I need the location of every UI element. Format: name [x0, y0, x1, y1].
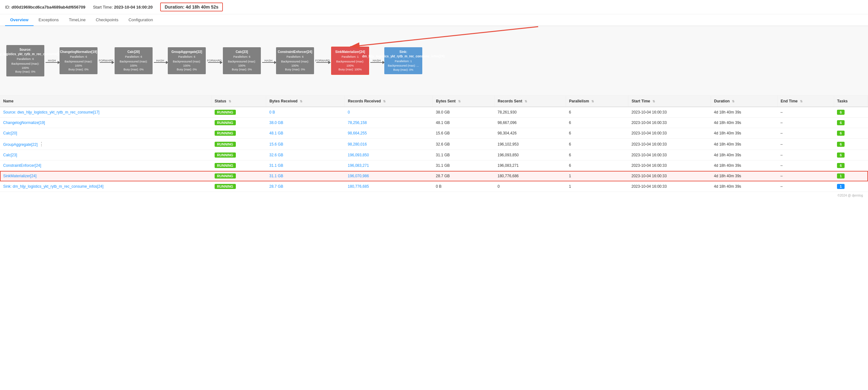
jobs-table: Name Status ⇅ Bytes Received ⇅ Records R… [0, 96, 868, 192]
flow-arrow-2: FORWARD [97, 59, 115, 63]
flow-arrow-5: HASH [261, 59, 276, 63]
row-name-link[interactable]: Calc[20] [3, 131, 17, 135]
flow-arrow-7: HASH [369, 59, 384, 63]
tab-timeline[interactable]: TimeLine [64, 14, 91, 26]
tab-exceptions[interactable]: Exceptions [34, 14, 64, 26]
status-badge: RUNNING [215, 163, 236, 168]
flow-node-node-source[interactable]: Source: dws_hljy_logistics_ykt_rytb_m_re… [6, 45, 44, 76]
row-context-menu[interactable]: ⋮ [39, 141, 44, 147]
flow-arrow-4: FORWARD [206, 59, 223, 63]
status-badge: RUNNING [215, 173, 236, 178]
status-badge: RUNNING [215, 142, 236, 147]
col-status[interactable]: Status ⇅ [212, 96, 266, 107]
tab-overview[interactable]: Overview [5, 14, 34, 26]
flow-node-node-groupagg[interactable]: GroupAggregate[22] Parallelism: 6 Backpr… [168, 47, 206, 74]
flow-node-node-sink[interactable]: Sink: dm_hljy_logistics_ykt_rytb_m_rec_c… [384, 47, 422, 75]
col-end-time[interactable]: End Time ⇅ [777, 96, 834, 107]
table-area: Name Status ⇅ Bytes Received ⇅ Records R… [0, 96, 868, 192]
job-id-label: ID: d00d1969bcd6ca7ba4689ab4df656709 [5, 5, 86, 9]
flow-node-node-constraint[interactable]: ConstraintEnforcer[24] Parallelism: 6 Ba… [276, 47, 314, 74]
task-badge: 6 [837, 131, 844, 136]
start-time-label: Start Time: 2023-10-04 16:00:20 [93, 5, 153, 9]
col-records-sent[interactable]: Records Sent ⇅ [494, 96, 566, 107]
table-row: SinkMaterializer[24]RUNNING31.1 GB196,07… [0, 171, 868, 182]
flow-arrow-6: FORWARD [314, 59, 331, 63]
status-badge: RUNNING [215, 184, 236, 189]
start-time-value: 2023-10-04 16:00:20 [114, 5, 153, 9]
row-name-link[interactable]: Source: dws_hljy_logistics_ykt_rytb_m_re… [3, 110, 99, 114]
flow-node-node-changelog[interactable]: ChangelogNormalize[19] Parallelism: 6 Ba… [60, 47, 97, 74]
task-badge: 6 [837, 163, 844, 168]
row-name-link[interactable]: Sink: dm_hljy_logistics_ykt_rytb_m_rec_c… [3, 184, 103, 189]
col-bytes-sent[interactable]: Bytes Sent ⇅ [433, 96, 494, 107]
nav-tabs: Overview Exceptions TimeLine Checkpoints… [0, 14, 868, 26]
job-id-value: d00d1969bcd6ca7ba4689ab4df656709 [11, 5, 85, 9]
flow-arrow-3: HASH [153, 59, 168, 63]
flow-node-node-calc20[interactable]: Calc[20] Parallelism: 6 Backpressured (m… [115, 47, 153, 74]
table-row: ConstraintEnforcer[24]RUNNING31.1 GB196,… [0, 161, 868, 171]
top-bar: ID: d00d1969bcd6ca7ba4689ab4df656709 Sta… [0, 0, 868, 14]
table-row: Sink: dm_hljy_logistics_ykt_rytb_m_rec_c… [0, 182, 868, 192]
row-name-link[interactable]: GroupAggregate[22] [3, 142, 38, 147]
duration-badge: Duration: 4d 18h 40m 52s [160, 3, 223, 11]
col-duration[interactable]: Duration ⇅ [711, 96, 777, 107]
table-row: Calc[20]RUNNING48.1 GB98,664,25515.6 GB9… [0, 128, 868, 139]
col-parallelism[interactable]: Parallelism ⇅ [566, 96, 628, 107]
table-row: ChangelogNormalize[19]RUNNING38.0 GB78,2… [0, 118, 868, 128]
task-badge: 6 [837, 110, 844, 115]
col-tasks[interactable]: Tasks [834, 96, 868, 107]
footer: ©2024 @ djemlog [0, 192, 868, 199]
row-name-link[interactable]: Calc[23] [3, 153, 17, 157]
tab-checkpoints[interactable]: Checkpoints [91, 14, 123, 26]
status-badge: RUNNING [215, 120, 236, 125]
task-badge: 6 [837, 142, 844, 147]
task-badge: 1 [837, 184, 844, 189]
tab-configuration[interactable]: Configuration [123, 14, 158, 26]
status-badge: RUNNING [215, 152, 236, 158]
col-records-received[interactable]: Records Received ⇅ [345, 96, 433, 107]
flow-arrow-1: HASH [44, 59, 60, 63]
table-row: Calc[23]RUNNING32.6 GB196,093,85031.1 GB… [0, 150, 868, 161]
svg-line-1 [350, 27, 538, 47]
row-name-link[interactable]: ConstraintEnforcer[24] [3, 163, 41, 168]
col-bytes-received[interactable]: Bytes Received ⇅ [266, 96, 345, 107]
table-row: GroupAggregate[22]⋮RUNNING15.6 GB98,280,… [0, 139, 868, 150]
flow-diagram: Source: dws_hljy_logistics_ykt_rytb_m_re… [6, 45, 422, 76]
status-badge: RUNNING [215, 131, 236, 136]
row-name-link[interactable]: SinkMaterializer[24] [3, 174, 36, 178]
diagram-area: Source: dws_hljy_logistics_ykt_rytb_m_re… [0, 26, 868, 96]
table-header-row: Name Status ⇅ Bytes Received ⇅ Records R… [0, 96, 868, 107]
status-badge: RUNNING [215, 110, 236, 115]
task-badge: 1 [837, 173, 844, 178]
table-row: Source: dws_hljy_logistics_ykt_rytb_m_re… [0, 107, 868, 118]
row-name-link[interactable]: ChangelogNormalize[19] [3, 120, 45, 125]
flow-node-node-calc23[interactable]: Calc[23] Parallelism: 6 Backpressured (m… [223, 47, 261, 74]
col-start-time[interactable]: Start Time ⇅ [628, 96, 711, 107]
task-badge: 6 [837, 152, 844, 158]
col-name[interactable]: Name [0, 96, 212, 107]
task-badge: 6 [837, 120, 844, 125]
